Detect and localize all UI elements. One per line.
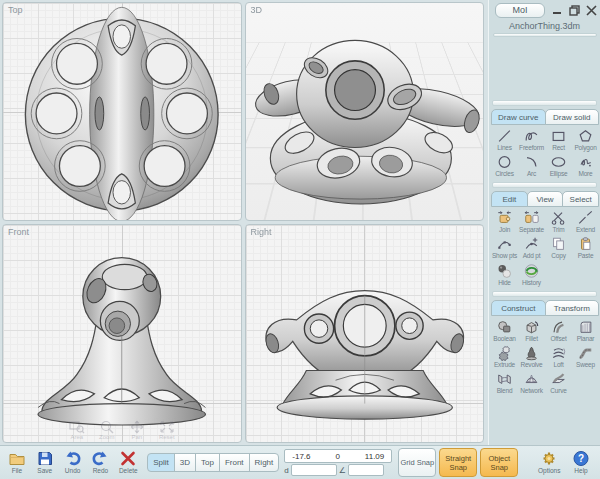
help-question-icon: ? bbox=[572, 450, 590, 467]
file-button[interactable]: File bbox=[4, 450, 30, 475]
tool-separate[interactable]: Separate bbox=[518, 210, 545, 233]
tool-polygon[interactable]: Polygon bbox=[572, 128, 599, 151]
undo-button[interactable]: Undo bbox=[60, 450, 86, 475]
panel-draw: Draw curve Draw solid Lines Freeform Rec… bbox=[491, 109, 598, 179]
filename-tab[interactable]: AnchorThing.3dm bbox=[489, 21, 600, 31]
options-button[interactable]: Options bbox=[536, 450, 562, 475]
tool-offset[interactable]: Offset bbox=[545, 319, 572, 342]
zoom-button[interactable]: Zoom bbox=[96, 420, 118, 440]
separate-icon bbox=[522, 210, 541, 226]
titlebar: MoI bbox=[489, 1, 600, 18]
object-snap-button[interactable]: Object Snap bbox=[480, 448, 518, 477]
tool-ellipse[interactable]: Ellipse bbox=[545, 154, 572, 177]
show-pts-icon bbox=[495, 236, 514, 252]
tool-blend[interactable]: Blend bbox=[491, 371, 518, 394]
coord-z: 11.09 bbox=[365, 452, 384, 461]
circles-icon bbox=[495, 154, 514, 170]
extend-icon bbox=[576, 210, 595, 226]
svg-text:?: ? bbox=[578, 453, 584, 464]
tool-lines[interactable]: Lines bbox=[491, 128, 518, 151]
tool-extend[interactable]: Extend bbox=[572, 210, 599, 233]
trim-icon bbox=[549, 210, 568, 226]
tool-fillet[interactable]: Fillet bbox=[518, 319, 545, 342]
tool-more[interactable]: More bbox=[572, 154, 599, 177]
straight-snap-button[interactable]: Straight Snap bbox=[439, 448, 477, 477]
tool-hide[interactable]: Hide bbox=[491, 263, 518, 286]
model-right-view bbox=[246, 225, 484, 442]
tool-arc[interactable]: Arc bbox=[518, 154, 545, 177]
view-button-split[interactable]: Split bbox=[147, 453, 175, 472]
viewport-right[interactable]: Right bbox=[245, 224, 485, 443]
tool-loft[interactable]: Loft bbox=[545, 345, 572, 368]
offset-icon bbox=[549, 319, 568, 335]
pan-button[interactable]: Pan bbox=[126, 420, 148, 440]
delete-button[interactable]: Delete bbox=[115, 450, 141, 475]
tool-join[interactable]: Join bbox=[491, 210, 518, 233]
panel-construct: Construct Transform Boolean Fillet Offse… bbox=[491, 300, 598, 396]
tool-revolve[interactable]: Revolve bbox=[518, 345, 545, 368]
tab-draw-curve[interactable]: Draw curve bbox=[491, 109, 546, 125]
tool-network[interactable]: Network bbox=[518, 371, 545, 394]
view-button-top[interactable]: Top bbox=[195, 453, 220, 472]
view-button-group: Split 3D Top Front Right bbox=[147, 453, 278, 472]
options-gear-icon bbox=[540, 450, 558, 467]
close-icon[interactable] bbox=[585, 4, 597, 16]
area-zoom-button[interactable]: Area bbox=[66, 420, 88, 440]
ellipse-icon bbox=[549, 154, 568, 170]
extrude-icon bbox=[495, 345, 514, 361]
save-floppy-icon bbox=[36, 450, 54, 467]
grid-snap-button[interactable]: Grid Snap bbox=[398, 448, 436, 477]
tool-paste[interactable]: Paste bbox=[572, 236, 599, 259]
viewport-label-front: Front bbox=[8, 227, 29, 237]
viewport-label-3d: 3D bbox=[251, 5, 263, 15]
viewport-3d[interactable]: 3D bbox=[245, 2, 485, 221]
view-button-3d[interactable]: 3D bbox=[174, 453, 196, 472]
sidebar-divider bbox=[492, 291, 597, 297]
tool-planar[interactable]: Planar bbox=[572, 319, 599, 342]
tool-sweep[interactable]: Sweep bbox=[572, 345, 599, 368]
tool-history[interactable]: History bbox=[518, 263, 545, 286]
minimize-icon[interactable] bbox=[551, 4, 563, 16]
viewport-front[interactable]: Area Zoom Pan Reset Front bbox=[2, 224, 242, 443]
angle-input[interactable] bbox=[348, 464, 384, 476]
blend-icon bbox=[495, 371, 514, 387]
tool-circles[interactable]: Circles bbox=[491, 154, 518, 177]
tool-boolean[interactable]: Boolean bbox=[491, 319, 518, 342]
tool-show-pts[interactable]: Show pts bbox=[491, 236, 518, 259]
app-menu-button[interactable]: MoI bbox=[495, 3, 545, 18]
tool-trim[interactable]: Trim bbox=[545, 210, 572, 233]
save-button[interactable]: Save bbox=[32, 450, 58, 475]
tool-copy[interactable]: Copy bbox=[545, 236, 572, 259]
panel-edit: Edit View Select Join Separate Trim Exte… bbox=[491, 191, 598, 287]
model-front-view bbox=[3, 225, 241, 442]
tool-rect[interactable]: Rect bbox=[545, 128, 572, 151]
tab-view[interactable]: View bbox=[527, 191, 564, 207]
tab-construct[interactable]: Construct bbox=[491, 300, 546, 316]
reset-button[interactable]: Reset bbox=[156, 420, 178, 440]
model-3d-view bbox=[246, 3, 484, 220]
redo-button[interactable]: Redo bbox=[88, 450, 114, 475]
undo-arrow-icon bbox=[64, 450, 82, 467]
tab-transform[interactable]: Transform bbox=[545, 300, 600, 316]
freeform-icon bbox=[522, 128, 541, 144]
delete-x-icon bbox=[119, 450, 137, 467]
angle-label: ∠ bbox=[339, 466, 346, 475]
tool-curve[interactable]: Curve bbox=[545, 371, 572, 394]
distance-input[interactable] bbox=[291, 464, 337, 476]
tab-select[interactable]: Select bbox=[562, 191, 599, 207]
xyz-coordinate-field[interactable]: -17.6 0 11.09 bbox=[284, 449, 392, 463]
viewport-grid: Top bbox=[0, 0, 486, 445]
view-button-right[interactable]: Right bbox=[249, 453, 280, 472]
tab-draw-solid[interactable]: Draw solid bbox=[545, 109, 600, 125]
add-pt-icon bbox=[522, 236, 541, 252]
tab-edit[interactable]: Edit bbox=[491, 191, 528, 207]
coordinate-readout: -17.6 0 11.09 d ∠ bbox=[284, 449, 392, 476]
tool-extrude[interactable]: Extrude bbox=[491, 345, 518, 368]
help-button[interactable]: ? Help bbox=[568, 450, 594, 475]
view-button-front[interactable]: Front bbox=[219, 453, 250, 472]
restore-icon[interactable] bbox=[568, 4, 580, 16]
viewport-top[interactable]: Top bbox=[2, 2, 242, 221]
tool-add-pt[interactable]: Add pt bbox=[518, 236, 545, 259]
sidebar: MoI AnchorThing.3dm Draw curve Draw soli… bbox=[488, 0, 600, 445]
tool-freeform[interactable]: Freeform bbox=[518, 128, 545, 151]
